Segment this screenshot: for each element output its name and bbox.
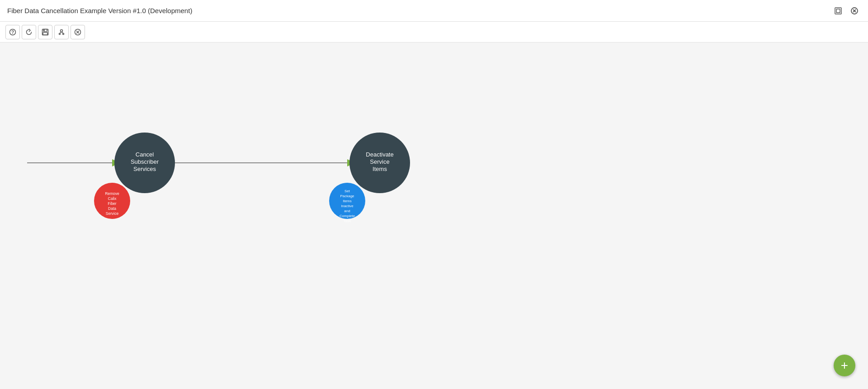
- svg-rect-9: [43, 33, 47, 35]
- svg-text:Cancel: Cancel: [136, 151, 154, 158]
- svg-text:Service: Service: [370, 158, 389, 165]
- add-button[interactable]: +: [834, 355, 855, 376]
- svg-rect-0: [835, 8, 841, 14]
- svg-text:Items: Items: [343, 199, 352, 203]
- refresh-button[interactable]: [22, 25, 36, 39]
- svg-text:Deactivate: Deactivate: [366, 151, 393, 158]
- header: Fiber Data Cancellation Example Version …: [0, 0, 868, 22]
- cancel-subscriber-node: [114, 133, 175, 193]
- flow-diagram: Cancel Subscriber Services Remove Calix …: [0, 43, 868, 389]
- help-button[interactable]: ?: [5, 25, 20, 39]
- svg-text:Package: Package: [340, 194, 354, 198]
- header-actions: [832, 5, 861, 17]
- svg-line-14: [60, 32, 61, 33]
- toolbar: ?: [0, 22, 868, 43]
- svg-point-13: [63, 33, 64, 34]
- svg-text:Remove: Remove: [105, 191, 119, 196]
- svg-text:Set: Set: [344, 189, 350, 193]
- tag-button[interactable]: [71, 25, 85, 39]
- deactivate-service-node: [349, 133, 410, 193]
- set-package-node: [329, 183, 365, 219]
- add-button-label: +: [841, 358, 848, 373]
- svg-text:Service: Service: [106, 211, 119, 216]
- svg-text:Task: Task: [344, 219, 351, 223]
- svg-text:Data: Data: [108, 206, 116, 211]
- svg-text:Calix: Calix: [108, 196, 117, 201]
- svg-point-11: [61, 29, 63, 32]
- svg-rect-1: [836, 9, 840, 13]
- svg-text:?: ?: [11, 30, 14, 35]
- page-title: Fiber Data Cancellation Example Version …: [7, 7, 192, 14]
- merge-button[interactable]: [54, 25, 69, 39]
- svg-marker-20: [112, 159, 120, 166]
- svg-text:and: and: [344, 209, 350, 213]
- svg-line-15: [61, 32, 63, 33]
- svg-point-12: [59, 33, 61, 34]
- save-button[interactable]: [38, 25, 52, 39]
- canvas[interactable]: Cancel Subscriber Services Remove Calix …: [0, 43, 868, 389]
- svg-text:Services: Services: [133, 166, 156, 172]
- svg-rect-8: [43, 29, 47, 31]
- svg-text:Complete: Complete: [340, 214, 355, 218]
- remove-calix-node: [94, 183, 130, 219]
- svg-marker-22: [347, 159, 355, 166]
- svg-text:Subscriber: Subscriber: [131, 158, 159, 165]
- svg-text:Items: Items: [373, 166, 387, 172]
- svg-text:Fiber: Fiber: [108, 201, 117, 206]
- svg-text:Inactive: Inactive: [341, 204, 354, 208]
- maximize-button[interactable]: [832, 5, 844, 17]
- close-button[interactable]: [848, 5, 861, 17]
